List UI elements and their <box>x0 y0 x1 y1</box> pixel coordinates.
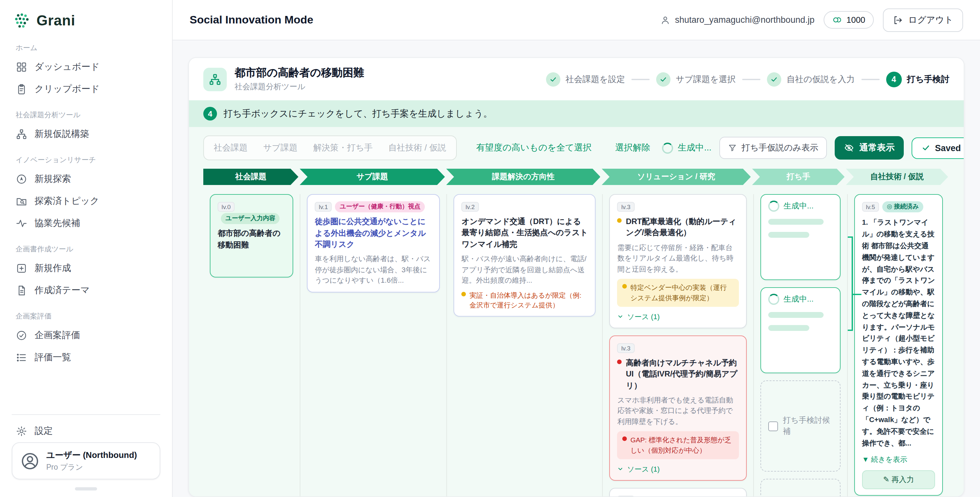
sidebar-item-plan-evaluation[interactable]: 企画案評価 <box>12 324 160 346</box>
column-header-measures: 打ち手 <box>752 169 845 185</box>
board-wrap: 社会課題 サブ課題 解決策・打ち手 自社技術 / 仮説 有望度の高いものを全て選… <box>189 127 964 496</box>
sidebar-item-created-themes[interactable]: 作成済テーマ <box>12 279 160 302</box>
filter-icon <box>728 143 737 152</box>
level-badge: lv.3 <box>617 496 634 496</box>
step-2-select-subissue[interactable]: サブ課題を選択 <box>656 72 736 86</box>
connected-tag: ◎ 接続済み <box>882 202 923 213</box>
yellow-dot-icon <box>623 284 627 289</box>
logout-icon <box>892 15 903 25</box>
candidate-label: 打ち手検討候補 <box>783 415 833 437</box>
column-headers: 社会課題 サブ課題 課題解決の方向性 ソリューション / 研究 打ち手 自社技術… <box>203 169 950 185</box>
project-subtitle: 社会課題分析ツール <box>235 81 364 92</box>
eye-off-icon <box>844 143 854 153</box>
connector-stub <box>852 294 861 295</box>
source-link[interactable]: ソース (1) <box>617 464 738 474</box>
column-header-direction: 課題解決の方向性 <box>446 169 600 185</box>
step-check-circle <box>546 72 560 86</box>
sidebar-item-explored-topics[interactable]: 探索済トピック <box>12 190 160 212</box>
sidebar-item-label: 設定 <box>35 426 53 437</box>
compass-icon <box>16 173 27 185</box>
measure-candidate-card[interactable]: 打ち手検討候補 <box>760 380 840 472</box>
step-connector <box>632 78 650 80</box>
solution-card-maas[interactable]: lv.3 MaaS連携（運賃決済・公共交通接続・情報統合） DRTと鉄道/路線バ… <box>609 488 746 496</box>
credits-pill[interactable]: 1000 <box>824 11 874 29</box>
column-header-solution: ソリューション / 研究 <box>602 169 751 185</box>
card-body: 需要に応じて停留所・経路・配車台数をリアルタイム最適化し、待ち時間と迂回を抑える… <box>617 242 738 275</box>
level-badge: lv.3 <box>617 202 634 212</box>
solution-card-drt-optimization[interactable]: lv.3 DRT配車最適化（動的ルーティング/乗合最適化） 需要に応じて停留所・… <box>609 194 746 328</box>
reinput-button[interactable]: ✎ 再入力 <box>862 470 935 489</box>
sidebar-item-label: 評価一覧 <box>35 352 71 364</box>
measure-candidate-checkbox[interactable] <box>768 421 778 431</box>
sidebar-item-label: 新規仮説構築 <box>35 128 89 140</box>
column-solution: lv.3 DRT配車最適化（動的ルーティング/乗合最適化） 需要に応じて停留所・… <box>602 194 753 496</box>
page-title: Social Innovation Mode <box>189 13 313 26</box>
sidebar-resize-handle[interactable] <box>75 487 97 491</box>
clipboard-icon <box>16 83 27 95</box>
normal-view-toggle-button[interactable]: 通常表示 <box>835 136 904 160</box>
card-body: 車を利用しない高齢者は、駅・バス停が徒歩圏内にない場合、3年後にうつになりやすい… <box>315 254 432 286</box>
select-all-promising-button[interactable]: 有望度の高いものを全て選択 <box>473 141 596 154</box>
check-icon <box>770 75 778 83</box>
sidebar-item-evaluation-list[interactable]: 評価一覧 <box>12 346 160 369</box>
grani-logo-icon <box>13 12 30 29</box>
tab-own-tech[interactable]: 自社技術 / 仮説 <box>380 138 454 158</box>
tab-sub-issue[interactable]: サブ課題 <box>255 138 305 158</box>
sidebar-item-new-hypothesis[interactable]: 新規仮説構築 <box>12 123 160 145</box>
step-1-set-issue[interactable]: 社会課題を設定 <box>546 72 625 86</box>
generating-indicator: 生成中... <box>768 294 833 305</box>
sidebar-item-new-document[interactable]: 新規作成 <box>12 257 160 279</box>
step-check-circle <box>656 72 670 86</box>
red-dot-icon <box>617 359 622 364</box>
grani-logo[interactable]: Grani <box>12 10 160 33</box>
sub-issue-card[interactable]: lv.1ユーザー（健康・行動）視点 徒歩圏に公共交通がないことによる外出機会の減… <box>307 194 440 292</box>
tab-solutions[interactable]: 解決策・打ち手 <box>305 138 380 158</box>
sidebar-item-dashboard[interactable]: ダッシュボード <box>12 56 160 78</box>
filter-measures-button[interactable]: 打ち手仮説のみ表示 <box>719 137 827 159</box>
sidebar: Grani ホーム ダッシュボード クリップボード 社会課題分析ツール 新規仮説… <box>0 0 173 497</box>
deselect-button[interactable]: 選択解除 <box>611 141 654 154</box>
spinner-icon <box>768 201 779 212</box>
direction-card[interactable]: lv.2 オンデマンド交通（DRT）による最寄り結節点・生活拠点へのラストワンマ… <box>454 194 596 317</box>
sidebar-item-label: 協業先候補 <box>35 218 80 229</box>
column-own-tech: lv.5◎ 接続済み 1. 「ラストワンマイル」の移動を支える技術 都市部は公共… <box>847 194 950 496</box>
board-toolbar: 社会課題 サブ課題 解決策・打ち手 自社技術 / 仮説 有望度の高いものを全て選… <box>203 135 950 160</box>
nav-section-research: イノベーションリサーチ <box>16 155 156 165</box>
panel-header: 都市部の高齢者の移動困難 社会課題分析ツール 社会課題を設定 サブ課題を選択 <box>189 58 964 100</box>
social-issue-card[interactable]: lv.0ユーザー入力内容 都市部の高齢者の移動困難 <box>210 194 293 278</box>
measure-card-generating: 生成中... <box>760 194 840 280</box>
sidebar-item-settings[interactable]: 設定 <box>12 420 160 442</box>
step-connector <box>742 78 760 80</box>
tab-social-issue[interactable]: 社会課題 <box>206 138 255 158</box>
saved-status-button[interactable]: Saved <box>912 137 964 159</box>
sidebar-item-clipboard[interactable]: クリップボード <box>12 78 160 100</box>
source-link[interactable]: ソース (1) <box>617 312 738 321</box>
own-tech-card[interactable]: lv.5◎ 接続済み 1. 「ラストワンマイル」の移動を支える技術 都市部は公共… <box>854 194 943 495</box>
skeleton-line <box>768 232 809 238</box>
pulse-icon <box>16 218 27 229</box>
coins-icon <box>832 15 842 25</box>
logout-button[interactable]: ログアウト <box>883 8 963 32</box>
sidebar-item-new-exploration[interactable]: 新規探索 <box>12 168 160 190</box>
user-card[interactable]: ユーザー (Northbound) Pro プラン <box>12 442 160 480</box>
step-3-enter-hypothesis[interactable]: 自社の仮説を入力 <box>767 72 854 86</box>
skeleton-line <box>768 219 824 225</box>
show-more-link[interactable]: ▼ 続きを表示 <box>862 454 935 464</box>
user-avatar-icon <box>20 451 40 471</box>
solution-card-multichannel-ui[interactable]: lv.3 高齢者向けマルチチャネル予約UI（電話IVR/代理予約/簡易アプリ） … <box>609 335 746 480</box>
instruction-banner: 4 打ち手ボックスにチェックをして、打ち手案を生成しましょう。 <box>189 100 964 127</box>
step-4-consider-measures[interactable]: 4 打ち手検討 <box>886 71 950 87</box>
gear-icon <box>16 426 27 437</box>
tech-description: 1. 「ラストワンマイル」の移動を支える技術 都市部は公共交通機関が発達していま… <box>862 217 935 449</box>
level-badge: lv.5 <box>862 202 879 212</box>
sidebar-item-label: 企画案評価 <box>35 330 80 341</box>
yellow-dot-icon <box>461 292 466 296</box>
card-title: 徒歩圏に公共交通がないことによる外出機会の減少とメンタル不調リスク <box>315 217 432 251</box>
board-columns: lv.0ユーザー入力内容 都市部の高齢者の移動困難 lv.1ユーザー（健康・行動… <box>203 185 950 496</box>
generating-status: 生成中... <box>662 142 711 154</box>
check-icon <box>549 75 557 83</box>
card-body: スマホ非利用者でも使える電話自動応答や家族・窓口による代理予約で利用障壁を下げる… <box>617 395 738 427</box>
skeleton-line <box>768 325 809 331</box>
sidebar-item-partner-candidates[interactable]: 協業先候補 <box>12 212 160 235</box>
measure-candidate-card-partial[interactable] <box>760 479 840 496</box>
